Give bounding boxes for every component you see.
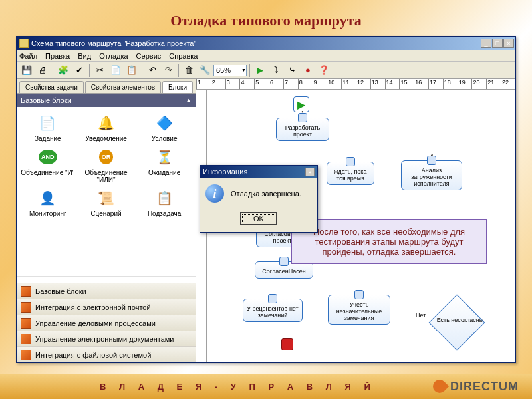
info-dialog: Информация × i Отладка завершена. OK <box>200 165 318 233</box>
node-icon <box>268 294 277 303</box>
flow-node-6[interactable]: Учесть незначительные замечания <box>328 295 390 325</box>
toolbar: 💾 🖨 🧩 ✔ ✂ 📄 📋 ↶ ↷ 🗑 🔧 65% ▼ ▶ ⤵ ⤷ ● ❓ <box>17 62 515 79</box>
flow-node-2[interactable]: 4Анализ загруженности исполнителя <box>401 160 462 190</box>
delete-button[interactable]: 🗑 <box>182 63 196 78</box>
window-titlebar: Схема типового маршрута "Разработка прое… <box>17 37 515 50</box>
redo-button[interactable]: ↷ <box>161 63 176 78</box>
palette-item-label: Условие <box>152 135 178 142</box>
flow-node-0[interactable]: 1Разработать проект <box>276 118 329 141</box>
flow-node-1[interactable]: ждать, пока тся время <box>327 162 374 185</box>
properties-button[interactable]: 🔧 <box>198 63 212 78</box>
palette-item-label: Мониторинг <box>29 210 66 217</box>
dialog-close-button[interactable]: × <box>305 168 315 176</box>
palette-section-0[interactable]: Базовые блоки <box>17 283 196 299</box>
cube-icon <box>21 350 31 360</box>
palette-section-1[interactable]: Интеграция с электронной почтой <box>17 299 196 315</box>
cube-icon <box>21 302 31 313</box>
palette-item-label: Объединение "И" <box>21 169 74 176</box>
palette-section-4[interactable]: Интеграция с файловой системой <box>17 346 196 362</box>
minimize-button[interactable]: _ <box>481 39 491 48</box>
window-title: Схема типового маршрута "Разработка прое… <box>31 39 481 47</box>
menubar: Файл Правка Вид Отладка Сервис Справка <box>17 50 515 62</box>
app-icon <box>19 39 29 48</box>
palette-item-4[interactable]: ORОбъединение "ИЛИ" <box>78 146 135 184</box>
palette-item-5[interactable]: ⏳Ожидание <box>136 146 193 184</box>
stop-node[interactable] <box>281 338 293 350</box>
palette-section-2[interactable]: Управление деловыми процессами <box>17 315 196 331</box>
ruler-tick: 18 <box>443 79 458 89</box>
cube-icon <box>21 334 31 344</box>
menu-help[interactable]: Справка <box>169 52 198 60</box>
ruler-tick: 11 <box>341 79 356 89</box>
palette-item-label: Уведомление <box>85 135 127 142</box>
ruler-tick: 16 <box>414 79 428 89</box>
menu-service[interactable]: Сервис <box>136 52 162 60</box>
cut-button[interactable]: ✂ <box>92 63 107 78</box>
ruler-tick: 15 <box>399 79 414 89</box>
ruler-horizontal: 12345678910111213141516171819202122 <box>196 79 515 90</box>
route-button[interactable]: 🧩 <box>56 63 70 78</box>
node-icon <box>298 113 307 122</box>
help-button[interactable]: ❓ <box>317 63 331 78</box>
toolbar-separator <box>89 64 90 77</box>
node-label: Учесть незначительные замечания <box>331 302 388 322</box>
menu-view[interactable]: Вид <box>78 52 91 60</box>
palette-header: Базовые блоки ▲ <box>17 94 196 107</box>
brand-name: DIRECTUM <box>450 380 519 394</box>
palette-item-6[interactable]: 👤Мониторинг <box>19 188 76 217</box>
ruler-tick: 8 <box>298 79 313 89</box>
breakpoint-button[interactable]: ● <box>301 63 315 78</box>
footer-slogan: В Л А Д Е Я - У П Р А В Л Я Й <box>100 382 376 392</box>
palette-item-3[interactable]: ANDОбъединение "И" <box>19 146 76 184</box>
menu-file[interactable]: Файл <box>19 52 37 60</box>
palette-item-label: Ожидание <box>148 169 180 176</box>
ruler-tick: 22 <box>501 79 515 89</box>
palette-item-label: Задание <box>35 135 61 142</box>
ruler-tick: 17 <box>428 79 443 89</box>
chevron-up-icon[interactable]: ▲ <box>186 97 192 104</box>
ruler-tick: 14 <box>385 79 400 89</box>
palette-item-icon: OR <box>95 146 116 168</box>
tab-task-properties[interactable]: Свойства задачи <box>19 81 84 93</box>
step-over-button[interactable]: ⤵ <box>269 63 283 78</box>
menu-edit[interactable]: Правка <box>45 52 70 60</box>
maximize-button[interactable]: □ <box>492 39 503 48</box>
menu-debug[interactable]: Отладка <box>99 52 128 60</box>
undo-button[interactable]: ↶ <box>145 63 160 78</box>
palette-item-8[interactable]: 📋Подзадача <box>136 188 193 217</box>
palette-item-7[interactable]: 📜Сценарий <box>78 188 135 217</box>
ruler-tick: 5 <box>254 79 269 89</box>
paste-button[interactable]: 📋 <box>124 63 139 78</box>
decision-node[interactable]: Есть несогласны <box>429 295 485 351</box>
palette-item-label: Подзадача <box>148 210 181 217</box>
flow-node-5[interactable]: У рецензентов нет замечаний <box>243 299 303 322</box>
brand-logo: DIRECTUM <box>433 380 519 394</box>
print-button[interactable]: 🖨 <box>35 63 50 78</box>
callout-text: После того, как все необходимые для тест… <box>313 227 465 257</box>
node-icon <box>346 157 355 166</box>
node-icon <box>427 156 436 165</box>
zoom-value: 65% <box>216 66 231 74</box>
ruler-tick: 6 <box>269 79 283 89</box>
section-label: Управление электронными документами <box>35 335 174 343</box>
close-button[interactable]: × <box>503 39 514 48</box>
validate-button[interactable]: ✔ <box>72 63 86 78</box>
palette-item-0[interactable]: 📄Задание <box>19 112 76 142</box>
save-button[interactable]: 💾 <box>19 63 34 78</box>
tab-blocks[interactable]: Блоки <box>162 81 193 93</box>
zoom-select[interactable]: 65% ▼ <box>213 65 247 76</box>
palette-grip[interactable]: :::::::: <box>17 276 196 283</box>
run-button[interactable]: ▶ <box>253 63 267 78</box>
annotation-callout: После того, как все необходимые для тест… <box>291 219 487 264</box>
step-into-button[interactable]: ⤷ <box>285 63 299 78</box>
tab-element-properties[interactable]: Свойства элементов <box>85 81 161 93</box>
copy-button[interactable]: 📄 <box>108 63 123 78</box>
ok-button[interactable]: OK <box>240 212 277 225</box>
palette-item-1[interactable]: 🔔Уведомление <box>78 112 135 142</box>
palette-section-3[interactable]: Управление электронными документами <box>17 331 196 346</box>
palette-item-2[interactable]: 🔷Условие <box>136 112 193 142</box>
ruler-tick: 19 <box>458 79 472 89</box>
node-icon <box>279 257 289 266</box>
section-label: Интеграция с электронной почтой <box>35 303 151 311</box>
palette-item-label: Сценарий <box>90 210 121 217</box>
